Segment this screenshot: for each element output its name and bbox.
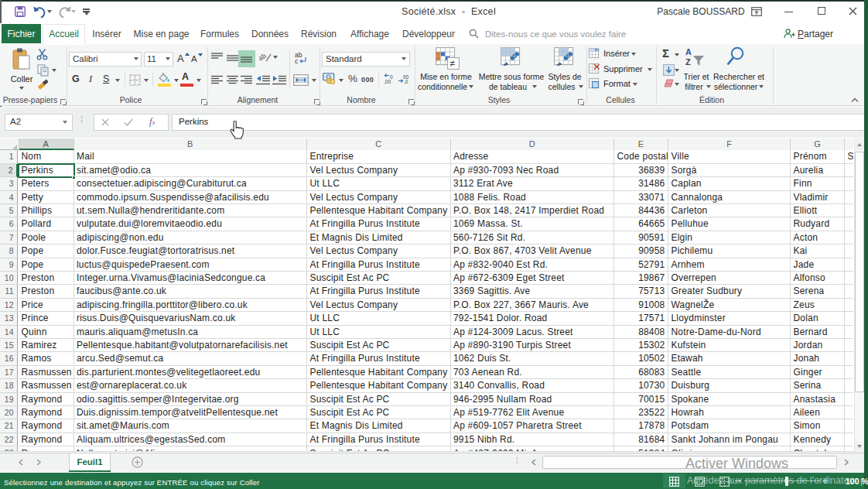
- svg-text:,0: ,0: [404, 79, 408, 84]
- svg-text:Z: Z: [685, 57, 691, 67]
- svg-text:A: A: [685, 47, 692, 56]
- svg-text:,00: ,00: [384, 79, 391, 84]
- svg-text:≠: ≠: [449, 58, 455, 69]
